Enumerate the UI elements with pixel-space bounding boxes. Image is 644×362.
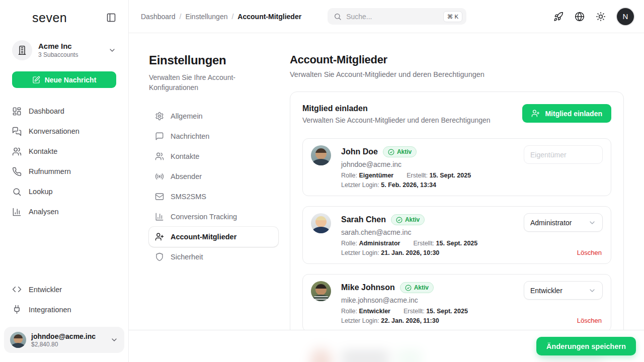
role-select[interactable]: Administrator bbox=[524, 213, 603, 232]
sidebar-item-dashboard[interactable]: Dashboard bbox=[12, 103, 116, 119]
settings-item-account-mitglieder[interactable]: Account-Mitglieder bbox=[149, 227, 278, 247]
sun-icon bbox=[596, 12, 606, 22]
theme-toggle-button[interactable] bbox=[596, 12, 606, 22]
check-circle-icon bbox=[396, 217, 403, 223]
settings-item-sms2sms[interactable]: SMS2SMS bbox=[149, 187, 278, 207]
rocket-icon bbox=[553, 12, 564, 22]
member-meta: Rolle: Entwickler Erstellt: 15. Sept. 20… bbox=[341, 308, 468, 315]
settings-panel: Einstellungen Verwalten Sie Ihre Account… bbox=[149, 53, 278, 362]
role-input-disabled bbox=[524, 145, 603, 164]
settings-item-kontakte[interactable]: Kontakte bbox=[149, 146, 278, 166]
chevron-down-icon bbox=[588, 219, 596, 227]
sidebar-item-kontakte[interactable]: Kontakte bbox=[12, 143, 116, 159]
page-title: Account-Mitglieder bbox=[290, 53, 624, 66]
sidebar-item-rufnummern[interactable]: Rufnummern bbox=[12, 163, 116, 179]
brand-name: seven bbox=[32, 11, 67, 25]
sidebar-item-integrationen[interactable]: Integrationen bbox=[12, 302, 116, 318]
sidebar-nav: Dashboard Konversationen Kontakte Rufnum… bbox=[12, 103, 116, 220]
shield-icon bbox=[155, 252, 164, 261]
settings-item-sicherheit[interactable]: Sicherheit bbox=[149, 247, 278, 267]
member-row: Mike Johnson Aktiv mike.johnson@acme.inc… bbox=[302, 274, 611, 332]
settings-item-conversion-tracking[interactable]: Conversion Tracking bbox=[149, 207, 278, 227]
member-name: Sarah Chen bbox=[341, 215, 386, 224]
dashboard-icon bbox=[12, 107, 22, 116]
whats-new-button[interactable] bbox=[553, 12, 564, 22]
code-icon bbox=[12, 285, 22, 294]
sidebar-item-lookup[interactable]: Lookup bbox=[12, 184, 116, 200]
settings-item-nachrichten[interactable]: Nachrichten bbox=[149, 126, 278, 146]
global-search[interactable]: ⌘ K bbox=[328, 8, 466, 25]
user-email: johndoe@acme.inc bbox=[31, 332, 105, 341]
role-select[interactable]: Entwickler bbox=[524, 281, 603, 300]
broadcast-icon bbox=[155, 172, 164, 181]
member-meta: Rolle: Eigentümer Erstellt: 15. Sept. 20… bbox=[341, 172, 471, 179]
seven-arrow-icon bbox=[15, 12, 26, 23]
save-bar: Änderungen speichern bbox=[129, 330, 644, 362]
breadcrumb: Dashboard / Einstellungen / Account-Mitg… bbox=[141, 13, 301, 21]
chart-icon bbox=[155, 212, 164, 221]
sidebar-item-konversationen[interactable]: Konversationen bbox=[12, 123, 116, 139]
settings-subtitle: Verwalten Sie Ihre Account-Konfiguration… bbox=[149, 72, 259, 93]
settings-item-allgemein[interactable]: Allgemein bbox=[149, 106, 278, 126]
member-name: John Doe bbox=[341, 147, 378, 156]
member-email: sarah.chen@acme.inc bbox=[341, 228, 477, 236]
globe-icon bbox=[575, 12, 585, 22]
profile-avatar[interactable]: N bbox=[617, 8, 634, 25]
company-name: Acme Inc bbox=[38, 42, 102, 51]
main-content: Einstellungen Verwalten Sie Ihre Account… bbox=[129, 33, 644, 362]
sidebar-item-analysen[interactable]: Analysen bbox=[12, 204, 116, 220]
member-row: John Doe Aktiv johndoe@acme.inc Rolle: E… bbox=[302, 138, 611, 196]
delete-member-link[interactable]: Löschen bbox=[577, 249, 602, 256]
members-section: Account-Mitglieder Verwalten Sie Account… bbox=[290, 53, 624, 362]
chevron-down-icon bbox=[108, 46, 116, 54]
save-changes-button[interactable]: Änderungen speichern bbox=[536, 337, 636, 355]
member-last-login: Letzter Login: 5. Feb. 2026, 13:34 bbox=[341, 182, 471, 189]
user-balance: $2,840.80 bbox=[31, 341, 105, 348]
search-shortcut-kbd: ⌘ K bbox=[443, 11, 462, 22]
message-icon bbox=[155, 132, 164, 141]
phone-icon bbox=[12, 167, 22, 176]
panel-left-icon bbox=[106, 13, 116, 23]
users-icon bbox=[155, 152, 164, 161]
status-badge: Aktiv bbox=[400, 282, 434, 293]
user-plus-icon bbox=[531, 109, 540, 118]
user-avatar bbox=[10, 332, 26, 348]
compose-icon bbox=[32, 76, 40, 84]
sidebar-toggle-button[interactable] bbox=[106, 13, 116, 23]
member-list: John Doe Aktiv johndoe@acme.inc Rolle: E… bbox=[302, 138, 611, 362]
conversations-icon bbox=[12, 127, 22, 136]
sidebar-secondary-nav: Entwickler Integrationen bbox=[12, 282, 116, 318]
user-plus-icon bbox=[155, 232, 164, 241]
account-switcher[interactable]: Acme Inc 3 Subaccounts bbox=[12, 40, 116, 60]
member-last-login: Letzter Login: 21. Jan. 2026, 10:30 bbox=[341, 249, 477, 256]
breadcrumb-dashboard[interactable]: Dashboard bbox=[141, 13, 176, 21]
settings-title: Einstellungen bbox=[149, 53, 278, 67]
contacts-icon bbox=[12, 147, 22, 156]
lookup-icon bbox=[12, 187, 22, 197]
company-avatar bbox=[12, 40, 32, 60]
check-circle-icon bbox=[388, 149, 394, 155]
delete-member-link[interactable]: Löschen bbox=[577, 317, 602, 324]
building-icon bbox=[17, 45, 27, 55]
member-name: Mike Johnson bbox=[341, 283, 395, 292]
member-avatar bbox=[311, 145, 331, 165]
breadcrumb-current: Account-Mitglieder bbox=[237, 13, 301, 21]
member-email: johndoe@acme.inc bbox=[341, 160, 471, 168]
brand-logo: seven bbox=[12, 11, 67, 25]
chevron-down-icon bbox=[588, 287, 596, 295]
settings-nav: Allgemein Nachrichten Kontakte Absender … bbox=[149, 106, 278, 267]
search-input[interactable] bbox=[346, 13, 439, 21]
language-button[interactable] bbox=[575, 12, 585, 22]
mail-icon bbox=[155, 192, 164, 201]
gear-icon bbox=[155, 112, 164, 121]
new-message-button[interactable]: Neue Nachricht bbox=[12, 71, 116, 88]
chevron-down-icon bbox=[110, 336, 118, 344]
topbar: Dashboard / Einstellungen / Account-Mitg… bbox=[129, 0, 644, 33]
user-menu[interactable]: johndoe@acme.inc $2,840.80 bbox=[4, 327, 124, 353]
settings-item-absender[interactable]: Absender bbox=[149, 166, 278, 187]
plug-icon bbox=[12, 305, 22, 314]
breadcrumb-einstellungen[interactable]: Einstellungen bbox=[185, 13, 227, 21]
check-circle-icon bbox=[405, 285, 412, 291]
invite-member-button[interactable]: Mitglied einladen bbox=[522, 104, 611, 123]
sidebar-item-entwickler[interactable]: Entwickler bbox=[12, 282, 116, 298]
